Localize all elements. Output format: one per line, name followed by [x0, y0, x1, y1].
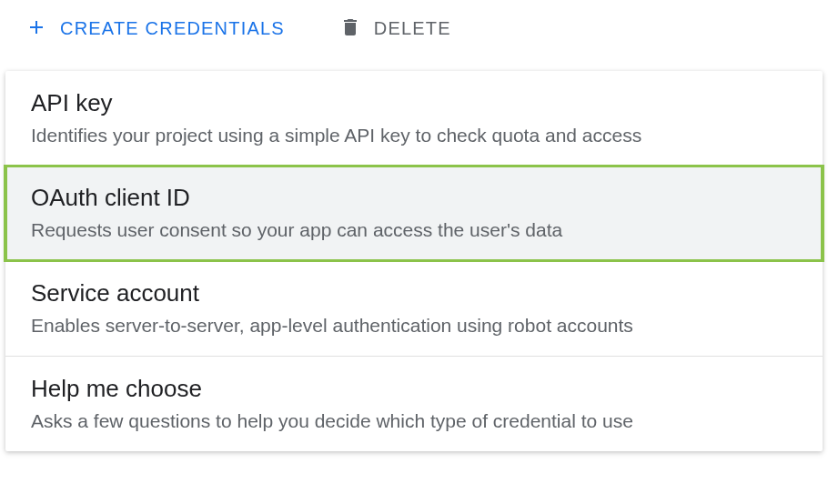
- trash-icon: [339, 16, 361, 41]
- menu-item-desc: Identifies your project using a simple A…: [31, 123, 797, 147]
- menu-item-oauth-client-id[interactable]: OAuth client ID Requests user consent so…: [4, 165, 824, 261]
- menu-item-title: Help me choose: [31, 375, 797, 403]
- menu-item-service-account[interactable]: Service account Enables server-to-server…: [5, 261, 823, 356]
- menu-item-desc: Requests user consent so your app can ac…: [31, 217, 797, 242]
- plus-icon: [25, 16, 47, 41]
- menu-item-title: API key: [31, 89, 797, 117]
- delete-label: DELETE: [374, 18, 451, 39]
- menu-item-title: OAuth client ID: [31, 184, 797, 212]
- delete-button[interactable]: DELETE: [339, 16, 451, 41]
- credentials-dropdown: API key Identifies your project using a …: [5, 71, 823, 451]
- create-credentials-label: CREATE CREDENTIALS: [60, 18, 285, 39]
- menu-item-api-key[interactable]: API key Identifies your project using a …: [5, 71, 823, 166]
- create-credentials-button[interactable]: CREATE CREDENTIALS: [25, 16, 285, 41]
- toolbar: CREATE CREDENTIALS DELETE: [0, 0, 828, 57]
- menu-item-help-me-choose[interactable]: Help me choose Asks a few questions to h…: [5, 357, 823, 451]
- menu-item-title: Service account: [31, 279, 797, 307]
- menu-item-desc: Enables server-to-server, app-level auth…: [31, 313, 797, 338]
- menu-item-desc: Asks a few questions to help you decide …: [31, 408, 797, 433]
